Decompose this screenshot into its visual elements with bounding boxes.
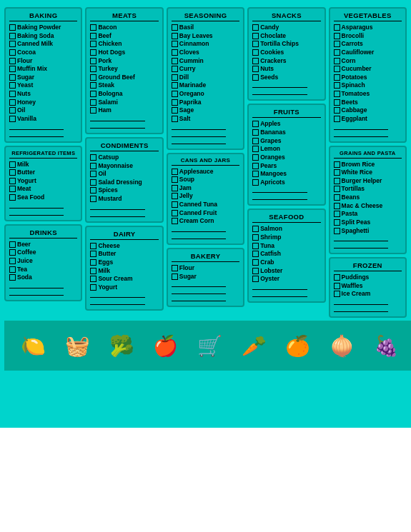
- checkbox[interactable]: [9, 66, 16, 72]
- checkbox[interactable]: [252, 251, 259, 257]
- checkbox[interactable]: [252, 66, 259, 72]
- checkbox[interactable]: [252, 163, 259, 169]
- checkbox[interactable]: [90, 284, 96, 291]
- checkbox[interactable]: [252, 121, 259, 127]
- checkbox[interactable]: [90, 82, 96, 89]
- checkbox[interactable]: [334, 66, 340, 72]
- checkbox[interactable]: [90, 99, 96, 106]
- checkbox[interactable]: [9, 41, 16, 47]
- checkbox[interactable]: [252, 129, 259, 136]
- checkbox[interactable]: [172, 33, 178, 39]
- checkbox[interactable]: [90, 179, 96, 186]
- checkbox[interactable]: [172, 193, 178, 199]
- checkbox[interactable]: [252, 179, 259, 186]
- checkbox[interactable]: [334, 91, 340, 97]
- checkbox[interactable]: [334, 283, 340, 289]
- checkbox[interactable]: [172, 91, 178, 97]
- checkbox[interactable]: [172, 218, 178, 224]
- checkbox[interactable]: [9, 82, 16, 89]
- checkbox[interactable]: [9, 241, 16, 248]
- checkbox[interactable]: [90, 154, 96, 161]
- checkbox[interactable]: [172, 107, 178, 114]
- checkbox[interactable]: [252, 234, 259, 241]
- checkbox[interactable]: [334, 24, 340, 31]
- checkbox[interactable]: [334, 33, 340, 39]
- checkbox[interactable]: [90, 187, 96, 194]
- checkbox[interactable]: [334, 74, 340, 81]
- checkbox[interactable]: [334, 178, 340, 184]
- checkbox[interactable]: [172, 99, 178, 106]
- checkbox[interactable]: [90, 49, 96, 56]
- checkbox[interactable]: [334, 203, 340, 209]
- checkbox[interactable]: [9, 58, 16, 64]
- checkbox[interactable]: [252, 259, 259, 266]
- checkbox[interactable]: [334, 49, 340, 56]
- checkbox[interactable]: [9, 99, 16, 106]
- checkbox[interactable]: [334, 291, 340, 297]
- checkbox[interactable]: [9, 249, 16, 256]
- checkbox[interactable]: [252, 146, 259, 152]
- checkbox[interactable]: [172, 265, 178, 271]
- checkbox[interactable]: [252, 58, 259, 64]
- checkbox[interactable]: [252, 226, 259, 232]
- checkbox[interactable]: [334, 41, 340, 47]
- checkbox[interactable]: [172, 185, 178, 191]
- checkbox[interactable]: [252, 41, 259, 47]
- checkbox[interactable]: [90, 163, 96, 169]
- checkbox[interactable]: [90, 91, 96, 97]
- checkbox[interactable]: [9, 186, 16, 192]
- checkbox[interactable]: [90, 66, 96, 72]
- checkbox[interactable]: [172, 116, 178, 122]
- checkbox[interactable]: [334, 107, 340, 114]
- checkbox[interactable]: [252, 154, 259, 161]
- checkbox[interactable]: [9, 49, 16, 56]
- checkbox[interactable]: [334, 116, 340, 122]
- checkbox[interactable]: [9, 266, 16, 273]
- checkbox[interactable]: [9, 274, 16, 281]
- checkbox[interactable]: [172, 24, 178, 31]
- checkbox[interactable]: [334, 169, 340, 176]
- checkbox[interactable]: [90, 74, 96, 81]
- checkbox[interactable]: [172, 201, 178, 208]
- checkbox[interactable]: [172, 82, 178, 89]
- checkbox[interactable]: [90, 33, 96, 39]
- checkbox[interactable]: [252, 24, 259, 31]
- checkbox[interactable]: [9, 258, 16, 264]
- checkbox[interactable]: [9, 91, 16, 97]
- checkbox[interactable]: [334, 186, 340, 192]
- checkbox[interactable]: [90, 196, 96, 202]
- checkbox[interactable]: [90, 41, 96, 47]
- checkbox[interactable]: [9, 107, 16, 114]
- checkbox[interactable]: [252, 33, 259, 39]
- checkbox[interactable]: [90, 58, 96, 64]
- checkbox[interactable]: [172, 41, 178, 47]
- checkbox[interactable]: [334, 99, 340, 106]
- checkbox[interactable]: [172, 49, 178, 56]
- checkbox[interactable]: [9, 194, 16, 201]
- checkbox[interactable]: [334, 161, 340, 168]
- checkbox[interactable]: [334, 82, 340, 89]
- checkbox[interactable]: [252, 171, 259, 177]
- checkbox[interactable]: [334, 211, 340, 217]
- checkbox[interactable]: [172, 273, 178, 280]
- checkbox[interactable]: [334, 274, 340, 281]
- checkbox[interactable]: [334, 219, 340, 226]
- checkbox[interactable]: [90, 259, 96, 266]
- checkbox[interactable]: [252, 74, 259, 81]
- checkbox[interactable]: [90, 243, 96, 249]
- checkbox[interactable]: [252, 243, 259, 249]
- checkbox[interactable]: [172, 74, 178, 81]
- checkbox[interactable]: [9, 33, 16, 39]
- checkbox[interactable]: [252, 268, 259, 274]
- checkbox[interactable]: [334, 58, 340, 64]
- checkbox[interactable]: [252, 276, 259, 282]
- checkbox[interactable]: [90, 251, 96, 257]
- checkbox[interactable]: [90, 276, 96, 282]
- checkbox[interactable]: [9, 116, 16, 122]
- checkbox[interactable]: [172, 66, 178, 72]
- checkbox[interactable]: [90, 24, 96, 31]
- checkbox[interactable]: [9, 161, 16, 168]
- checkbox[interactable]: [90, 268, 96, 274]
- checkbox[interactable]: [9, 24, 16, 31]
- checkbox[interactable]: [9, 74, 16, 81]
